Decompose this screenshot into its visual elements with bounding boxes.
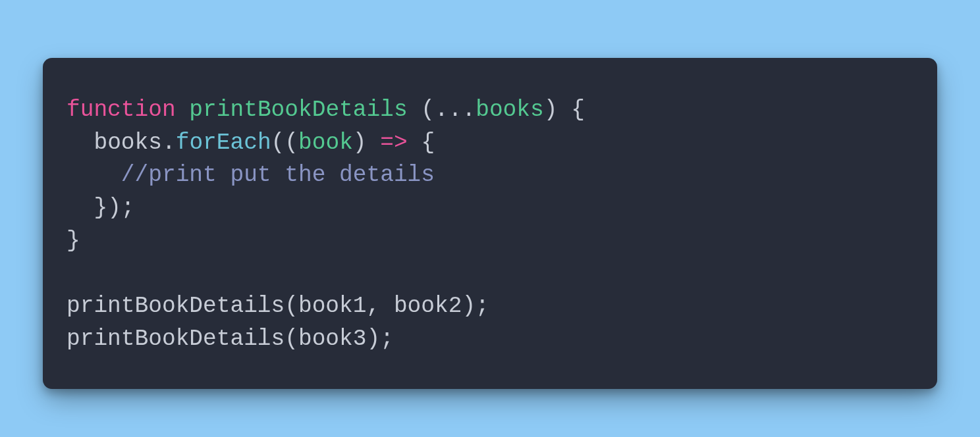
- token-function-name: printBookDetails: [189, 97, 407, 122]
- code-block: function printBookDetails (...books) { b…: [67, 93, 913, 355]
- token-punct: });: [94, 195, 134, 220]
- token-space: [176, 97, 190, 122]
- token-punct: ) {: [544, 97, 585, 122]
- token-indent: [67, 130, 94, 155]
- token-indent: [67, 195, 94, 220]
- token-punct: .: [162, 130, 176, 155]
- token-keyword-function: function: [67, 97, 176, 122]
- token-arrow: =>: [380, 130, 407, 155]
- token-ident: books: [94, 130, 162, 155]
- token-punct: (: [421, 97, 435, 122]
- token-spread: ...: [435, 97, 476, 122]
- token-statement: printBookDetails(book3);: [67, 326, 394, 351]
- token-punct: }: [67, 228, 80, 253]
- token-param: books: [476, 97, 544, 122]
- token-comment: //print put the details: [121, 162, 435, 188]
- token-indent: [67, 162, 121, 188]
- token-method: forEach: [176, 130, 271, 155]
- token-punct: ((: [271, 130, 298, 155]
- token-statement: printBookDetails(book1, book2);: [67, 293, 489, 319]
- token-space: [408, 97, 422, 122]
- token-param: book: [298, 130, 353, 155]
- token-punct: {: [408, 130, 435, 155]
- code-snippet-card: function printBookDetails (...books) { b…: [43, 58, 937, 389]
- token-punct: ): [353, 130, 380, 155]
